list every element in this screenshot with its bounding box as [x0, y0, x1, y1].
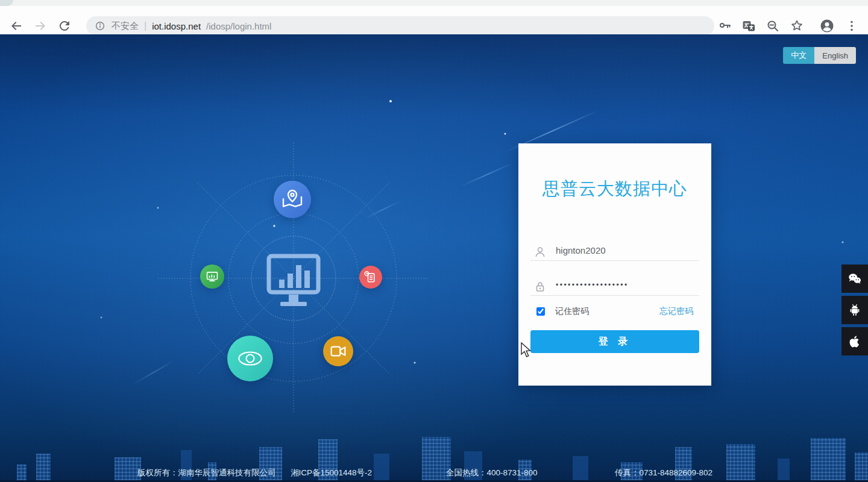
browser-toolbar: 不安全 | iot.idosp.net/idosp/login.html — [0, 6, 868, 34]
forward-button[interactable] — [33, 19, 48, 33]
footer-hotline: 全国热线：400-8731-800 — [446, 468, 538, 478]
username-input[interactable] — [556, 245, 688, 260]
apple-icon[interactable] — [841, 327, 868, 355]
footer-icp: 湘ICP备15001448号-2 — [291, 468, 372, 478]
translate-extension-icon[interactable] — [741, 19, 756, 33]
tab-corner — [0, 0, 13, 6]
hub-node-monitor — [200, 264, 224, 289]
video-camera-icon — [329, 342, 348, 361]
mini-monitor-icon — [204, 269, 220, 284]
browser-chrome: 不安全 | iot.idosp.net/idosp/login.html — [0, 0, 868, 34]
hub-node-report — [359, 266, 382, 289]
browser-menu-icon[interactable] — [844, 19, 859, 33]
password-field-row — [530, 274, 699, 296]
password-input[interactable] — [556, 281, 688, 295]
url-text: 不安全 | iot.idosp.net/idosp/login.html — [112, 20, 271, 32]
footer-fax: 传真：0731-84882609-802 — [615, 468, 712, 478]
tab-strip — [0, 0, 868, 6]
security-label: 不安全 — [112, 20, 139, 32]
url-host: iot.idosp.net — [152, 21, 201, 31]
reload-button[interactable] — [57, 19, 72, 33]
footer-copyright: 版权所有：湖南华辰智通科技有限公司 — [137, 468, 276, 478]
url-separator: | — [144, 20, 146, 31]
remember-row: 记住密码 忘记密码 — [530, 305, 699, 318]
address-bar[interactable]: 不安全 | iot.idosp.net/idosp/login.html — [86, 16, 714, 36]
user-icon — [533, 245, 547, 259]
password-key-icon[interactable] — [718, 19, 732, 33]
forgot-password-link[interactable]: 忘记密码 — [659, 306, 693, 317]
profile-avatar[interactable] — [820, 19, 834, 33]
username-field-row — [530, 239, 699, 261]
wechat-icon[interactable] — [841, 264, 868, 293]
login-title: 思普云大数据中心 — [518, 177, 711, 201]
eye-icon — [234, 343, 266, 374]
app-rail — [841, 264, 868, 355]
bookmark-star-icon[interactable] — [790, 19, 804, 33]
lock-icon — [533, 280, 547, 294]
hub-rings-graphic — [0, 34, 868, 482]
hub-node-map — [274, 181, 311, 218]
login-card: 思普云大数据中心 记住密码 忘记密码 — [518, 143, 711, 386]
back-button[interactable] — [9, 19, 24, 33]
login-page: 中文 English — [0, 34, 868, 482]
remember-checkbox[interactable] — [536, 307, 545, 316]
remember-label[interactable]: 记住密码 — [555, 306, 589, 317]
android-icon[interactable] — [841, 296, 868, 324]
map-location-icon — [280, 187, 304, 211]
url-path: /idosp/login.html — [206, 21, 271, 31]
hub-node-camera — [323, 336, 353, 366]
mouse-cursor — [520, 342, 533, 358]
page-info-icon[interactable] — [95, 20, 105, 31]
login-button[interactable]: 登 录 — [530, 330, 699, 353]
footer: 版权所有：湖南华辰智通科技有限公司 湘ICP备15001448号-2 全国热线：… — [0, 468, 868, 478]
report-document-icon — [363, 269, 379, 285]
zoom-out-icon[interactable] — [766, 19, 780, 33]
hub-node-eye — [227, 336, 273, 381]
